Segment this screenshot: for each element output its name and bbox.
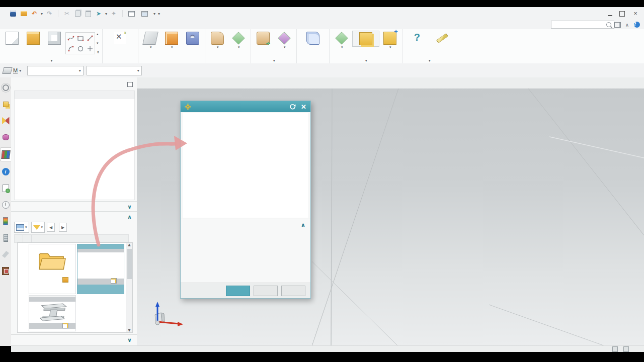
search-icon[interactable]: [606, 22, 611, 27]
replay-icon[interactable]: ➤: [95, 10, 103, 18]
list-scrollbar[interactable]: ▲ ▼: [126, 243, 132, 332]
web-browser-icon[interactable]: i: [1, 165, 11, 178]
gear-parameters-header[interactable]: ∧: [181, 219, 310, 230]
status-window-icon[interactable]: [623, 346, 629, 352]
fastener-tools-icon[interactable]: [1, 231, 11, 244]
touch-icon[interactable]: ✦: [110, 10, 118, 18]
library-item-beam[interactable]: [29, 295, 76, 331]
circle-icon[interactable]: [77, 45, 84, 52]
move-face-button[interactable]: [253, 31, 274, 46]
undock-panel-icon[interactable]: [127, 82, 133, 87]
work-on-assembly-button[interactable]: [352, 31, 379, 47]
selection-filter-combo[interactable]: ▾: [27, 66, 84, 75]
hole-button[interactable]: [182, 31, 203, 46]
apply-button[interactable]: [254, 286, 278, 296]
reuse-library-panel: ∨ ∧ ▾ ▾ ◀ ▶: [11, 77, 138, 346]
utility-tools-icon[interactable]: [1, 248, 11, 261]
column-name[interactable]: [15, 235, 23, 242]
window-icon[interactable]: [140, 10, 148, 18]
help-icon[interactable]: ?: [633, 22, 640, 28]
close-button[interactable]: ×: [632, 10, 639, 17]
selection-scope-combo[interactable]: ▾: [87, 66, 142, 75]
datum-plane-button[interactable]: [140, 31, 161, 50]
surface-more-button[interactable]: [331, 31, 352, 50]
filter-button[interactable]: ▾: [31, 222, 45, 233]
minimize-button[interactable]: [608, 11, 612, 16]
save-icon[interactable]: [9, 10, 17, 18]
redo-icon[interactable]: ↷: [45, 10, 53, 18]
arc-icon[interactable]: [67, 45, 74, 52]
group-label-synchronous-modeling[interactable]: [251, 57, 296, 63]
remove-parameters-button[interactable]: [105, 31, 135, 45]
ribbon-group-direct-sketch: ▴▾⇟: [0, 29, 103, 63]
ribbon-group-feature: [138, 29, 205, 63]
group-label-direct-sketch[interactable]: [0, 57, 102, 63]
menu-button[interactable]: M▾: [0, 65, 24, 76]
point-icon[interactable]: [87, 45, 94, 52]
group-label-analysis[interactable]: [403, 57, 456, 63]
cancel-button[interactable]: [281, 286, 305, 296]
library-item-gear[interactable]: [77, 244, 124, 294]
scroll-up-icon[interactable]: ▲: [128, 243, 130, 247]
reset-icon[interactable]: [289, 104, 296, 110]
datum-plane-icon: [142, 32, 158, 45]
visualization-palette-icon[interactable]: [1, 215, 11, 228]
open-icon[interactable]: [20, 10, 28, 18]
feature-more-button[interactable]: [228, 31, 249, 50]
cut-icon[interactable]: ✂: [63, 10, 71, 18]
edge-blend-button[interactable]: [207, 31, 228, 50]
switch-window-icon[interactable]: [127, 10, 135, 18]
search-section-header[interactable]: ∨: [11, 201, 137, 212]
window-pane-icon[interactable]: [614, 22, 621, 28]
orientation-triad: [144, 300, 192, 335]
member-select-section-header[interactable]: ∧: [11, 211, 137, 222]
extrude-button[interactable]: [161, 31, 182, 50]
replay-dropdown-icon[interactable]: ▾: [105, 12, 107, 16]
scrollbar-thumb[interactable]: [127, 249, 132, 279]
through-curve-mesh-button[interactable]: [298, 31, 328, 46]
preview-section-header[interactable]: ∨: [11, 334, 137, 345]
dialog-title-bar[interactable]: ✕: [181, 101, 310, 112]
last-page-button[interactable]: ▶: [59, 223, 67, 232]
status-grid-icon[interactable]: [612, 346, 618, 352]
ribbon-group-assemblies: [330, 29, 403, 63]
touch-panel-icon[interactable]: [1, 264, 11, 278]
ibeam-icon: [34, 303, 69, 322]
customize-quick-access-icon[interactable]: ▾: [158, 12, 160, 16]
assembly-navigator-icon[interactable]: [1, 98, 11, 111]
rectangle-icon[interactable]: [77, 35, 84, 42]
first-page-button[interactable]: ◀: [47, 223, 55, 232]
profile-curve-icon[interactable]: [67, 35, 74, 42]
paste-icon[interactable]: [84, 10, 92, 18]
sync-more-button[interactable]: [274, 31, 295, 50]
line-icon[interactable]: [87, 35, 94, 42]
close-dialog-icon[interactable]: ✕: [301, 103, 306, 111]
minimize-ribbon-icon[interactable]: ∧: [624, 22, 630, 28]
column-standard[interactable]: [23, 235, 32, 242]
find-command-input[interactable]: [551, 21, 614, 29]
add-component-button[interactable]: [379, 31, 400, 50]
examine-geometry-button[interactable]: ?: [404, 31, 430, 45]
restore-button[interactable]: [619, 11, 625, 17]
group-label-assemblies[interactable]: [330, 57, 402, 63]
view-mode-button[interactable]: ▾: [14, 222, 29, 233]
settings-icon[interactable]: [1, 81, 11, 94]
open-button[interactable]: [23, 31, 44, 46]
part-navigator-icon[interactable]: [1, 131, 11, 144]
ribbon: ▴▾⇟: [0, 29, 644, 64]
reuse-library-icon[interactable]: [0, 147, 12, 161]
scroll-down-icon[interactable]: ▼: [128, 328, 130, 332]
library-item-originals[interactable]: [29, 244, 76, 294]
new-button[interactable]: [2, 31, 23, 46]
palette-scroll-arrows[interactable]: ▴▾⇟: [97, 32, 100, 54]
history-icon[interactable]: [1, 182, 11, 195]
constraint-navigator-icon[interactable]: [1, 114, 11, 127]
undo-dropdown-icon[interactable]: ▾: [41, 12, 43, 16]
sketch-button[interactable]: [44, 31, 65, 46]
window-dropdown-icon[interactable]: ▾: [153, 12, 155, 16]
undo-icon[interactable]: ↶: [30, 10, 38, 18]
copy-icon[interactable]: [73, 10, 82, 18]
ok-button[interactable]: [226, 286, 250, 296]
measure-button[interactable]: [430, 31, 454, 45]
system-clock-icon[interactable]: [1, 198, 11, 211]
